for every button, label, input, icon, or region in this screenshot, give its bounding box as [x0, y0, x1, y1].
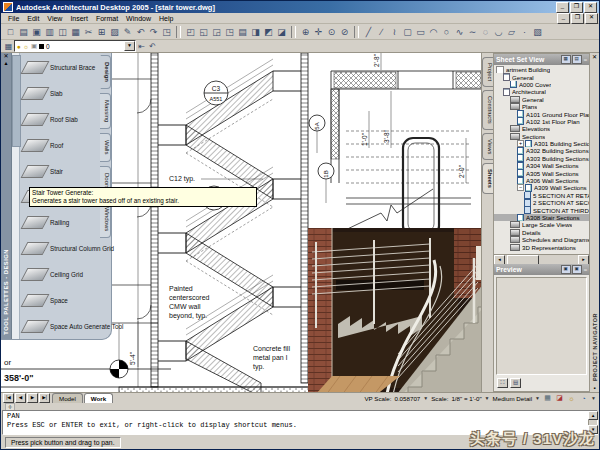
cut-icon[interactable]: ✂: [82, 25, 95, 38]
polyline-icon[interactable]: ≀: [388, 25, 401, 38]
redo-icon[interactable]: ↷: [147, 25, 160, 38]
layer-dropdown[interactable]: ● ☼ ▣ 0 ▼: [14, 40, 136, 52]
spline-icon[interactable]: ∼: [466, 25, 479, 38]
arc-icon[interactable]: ◠: [427, 25, 440, 38]
layout-tab-model[interactable]: Model: [52, 393, 83, 403]
tray-refresh-icon[interactable]: ◔: [579, 394, 588, 403]
scale-dropdown-icon[interactable]: ▼: [485, 395, 490, 401]
palette-tool-ceiling-grid[interactable]: Ceiling Grid: [20, 262, 100, 288]
drawing-compare-icon[interactable]: ◪: [275, 25, 288, 38]
tree-item[interactable]: A303 Building Sections: [494, 155, 589, 162]
ellipse-arc-icon[interactable]: ◡: [492, 25, 505, 38]
menu-edit[interactable]: Edit: [23, 15, 43, 22]
vp-scale-value[interactable]: 0.058707: [394, 395, 420, 402]
point-icon[interactable]: ·: [518, 25, 531, 38]
pan-realtime-icon[interactable]: ✛: [312, 25, 325, 38]
tree-item[interactable]: Details: [494, 229, 589, 236]
tree-item[interactable]: A305 Wall Sections: [494, 169, 589, 176]
tree-item[interactable]: 2 SECTION AT SECOND FLOOR: [494, 199, 589, 206]
tree-item[interactable]: A000 Cover: [494, 81, 589, 88]
rectangle-icon[interactable]: ▭: [414, 25, 427, 38]
command-splitter[interactable]: ✛: [1, 403, 599, 410]
palette-scrollbar[interactable]: [12, 53, 20, 339]
layer-properties-icon[interactable]: ▦: [3, 41, 14, 51]
tool-palette-titlebar[interactable]: ✕ ▴ TOOL PALETTES - DESIGN: [1, 53, 12, 339]
markup-icon[interactable]: ◩: [262, 25, 275, 38]
collapse-icon[interactable]: −: [517, 184, 524, 191]
palette-tab-walls[interactable]: Walls: [100, 133, 111, 161]
close-button[interactable]: ✕: [584, 2, 597, 13]
tree-item[interactable]: Sections: [494, 133, 589, 140]
tree-item[interactable]: A304 Wall Sections: [494, 162, 589, 169]
doc-restore-button[interactable]: ❐: [571, 13, 584, 24]
sheet-set-button-1[interactable]: ▦: [561, 55, 571, 64]
navigator-close-icon[interactable]: ✕: [592, 53, 597, 61]
navigator-tab-views[interactable]: Views: [482, 133, 493, 160]
doc-close-button[interactable]: ✕: [585, 13, 598, 24]
tray-sun-icon[interactable]: ☼: [567, 394, 576, 403]
tree-item[interactable]: 5 SECTION AT RETAIL ENTRAN: [494, 192, 589, 199]
menu-format[interactable]: Format: [92, 15, 122, 22]
palette-tool-structural-column-grid[interactable]: Structural Column Grid: [20, 236, 100, 262]
palette-tool-slab[interactable]: Slab: [20, 81, 100, 107]
tray-dropdown-icon[interactable]: ▼: [591, 395, 596, 401]
tree-item[interactable]: Plans: [494, 103, 589, 110]
tree-item[interactable]: A308 Stair Sections: [494, 214, 589, 221]
detail-dropdown-icon[interactable]: ▼: [535, 395, 540, 401]
next-tab-icon[interactable]: ▶: [27, 393, 38, 403]
scroll-left-icon[interactable]: ◂: [494, 255, 505, 265]
match-properties-icon[interactable]: ✎: [121, 25, 134, 38]
menu-insert[interactable]: Insert: [66, 15, 92, 22]
layer-manager-icon[interactable]: ▤: [236, 25, 249, 38]
tree-item[interactable]: −A309 Wall Sections: [494, 184, 589, 191]
scroll-right-icon[interactable]: ▸: [578, 255, 589, 265]
drawing-viewport[interactable]: 2'-8" 3'-8" 1'-0" 2'-0" 5'-4": [1, 53, 481, 392]
title-bar[interactable]: Autodesk Architectural Desktop 2005 - [s…: [1, 1, 599, 13]
tree-horizontal-scrollbar[interactable]: ◂ ▸: [494, 254, 589, 264]
undo-icon[interactable]: ↶: [134, 25, 147, 38]
content-browser-icon[interactable]: ◰: [184, 25, 197, 38]
qnew-icon[interactable]: □: [4, 25, 17, 38]
minimize-button[interactable]: _: [556, 2, 569, 13]
tree-item[interactable]: SECTION AT THIRD FLOOR W: [494, 206, 589, 213]
tree-item[interactable]: A102 1st Floor Plan: [494, 118, 589, 125]
scroll-up-icon[interactable]: ▲: [588, 411, 598, 420]
preview-chevron-icon[interactable]: ≈: [584, 267, 587, 273]
hatch-icon[interactable]: ▧: [531, 25, 544, 38]
menu-help[interactable]: Help: [155, 15, 177, 22]
tree-item[interactable]: 3D Representations: [494, 243, 589, 250]
prev-tab-icon[interactable]: ◀: [15, 393, 26, 403]
palette-tool-stair[interactable]: Stair: [20, 158, 100, 184]
restore-button[interactable]: ❐: [570, 2, 583, 13]
sheet-set-button-2[interactable]: ▤: [572, 55, 582, 64]
navigator-tab-sheets[interactable]: Sheets: [482, 163, 493, 194]
plot-icon[interactable]: ▥: [43, 25, 56, 38]
palette-tool-railing[interactable]: Railing: [20, 210, 100, 236]
detail-level-value[interactable]: Medium Detail: [493, 395, 533, 402]
display-manager-icon[interactable]: ◲: [210, 25, 223, 38]
tree-item[interactable]: A101 Ground Floor Plan: [494, 110, 589, 117]
layer-dropdown-arrow[interactable]: ▼: [124, 41, 135, 51]
palette-close-icon[interactable]: ✕: [3, 53, 8, 60]
scale-value[interactable]: 1/8" = 1'-0": [451, 395, 481, 402]
tree-item[interactable]: General: [494, 73, 589, 80]
palette-tab-massing[interactable]: Massing: [100, 93, 111, 129]
zoom-window-icon[interactable]: ⊙: [325, 25, 338, 38]
paste-icon[interactable]: ▨: [108, 25, 121, 38]
tree-item[interactable]: General: [494, 96, 589, 103]
revision-cloud-icon[interactable]: ∿: [453, 25, 466, 38]
palette-tool-roof-slab[interactable]: Roof Slab: [20, 107, 100, 133]
last-tab-icon[interactable]: ▶|: [39, 393, 50, 403]
navigator-tab-constructs[interactable]: Constructs: [482, 90, 493, 130]
tray-markup-icon[interactable]: ◪: [555, 394, 564, 403]
tree-item[interactable]: Elevations: [494, 125, 589, 132]
menu-file[interactable]: File: [4, 15, 23, 22]
layer-previous-icon[interactable]: ↶: [147, 41, 158, 51]
properties-palette-icon[interactable]: ◨: [249, 25, 262, 38]
palette-scroll-thumb[interactable]: [12, 55, 21, 147]
polygon-icon[interactable]: ▢: [401, 25, 414, 38]
preview-button-2[interactable]: ▣: [572, 265, 582, 274]
tree-item[interactable]: +A301 Building Sections: [494, 140, 589, 147]
copy-icon[interactable]: ⊞: [95, 25, 108, 38]
tree-item[interactable]: A302 Building Sections: [494, 147, 589, 154]
